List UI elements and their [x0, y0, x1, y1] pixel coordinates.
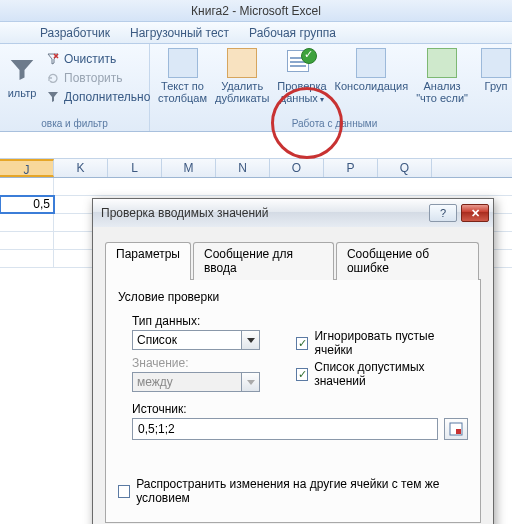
allow-label: Тип данных:	[132, 314, 278, 328]
text-to-columns-button[interactable]: Текст по столбцам	[154, 46, 211, 106]
title-bar: Книга2 - Microsoft Excel	[0, 0, 512, 22]
grid-cell[interactable]	[0, 232, 54, 249]
reapply-button: Повторить	[46, 69, 150, 87]
in-cell-dropdown-checkbox[interactable]: ✓ Список допустимых значений	[296, 360, 468, 388]
grid-cell[interactable]	[0, 250, 54, 267]
col-header-K[interactable]: K	[54, 159, 108, 177]
remove-duplicates-button[interactable]: Удалить дубликаты	[211, 46, 273, 106]
group-sortfilter: ильтр Очистить Повторить Дополнительно о…	[0, 44, 150, 131]
allow-select[interactable]	[132, 330, 278, 350]
propagate-checkbox[interactable]: ✓ Распространить изменения на другие яче…	[118, 477, 468, 505]
group-data-tools: Текст по столбцам Удалить дубликаты Пров…	[150, 44, 512, 131]
col-header-O[interactable]: O	[270, 159, 324, 177]
dialog-help-button[interactable]: ?	[429, 204, 457, 222]
consolidate-button[interactable]: Консолидация	[331, 46, 413, 94]
dialog-tabs: Параметры Сообщение для ввода Сообщение …	[105, 241, 481, 279]
col-header-L[interactable]: L	[108, 159, 162, 177]
allow-select-value[interactable]	[132, 330, 242, 350]
chevron-down-icon: ▾	[318, 95, 324, 104]
funnel-icon	[7, 55, 37, 85]
app-title: Книга2 - Microsoft Excel	[191, 4, 321, 18]
dialog-title-text: Проверка вводимых значений	[101, 206, 269, 220]
validation-criteria-label: Условие проверки	[118, 290, 468, 304]
data-validation-button[interactable]: Проверка данных ▾	[273, 46, 330, 108]
chevron-down-icon	[242, 372, 260, 392]
col-header-M[interactable]: M	[162, 159, 216, 177]
grid-cell[interactable]	[0, 214, 54, 231]
grid-row	[0, 178, 512, 196]
grid-cell[interactable]	[0, 178, 54, 195]
col-header-N[interactable]: N	[216, 159, 270, 177]
remove-duplicates-icon	[227, 48, 257, 78]
active-cell[interactable]: 0,5	[0, 196, 54, 213]
tab-input-message[interactable]: Сообщение для ввода	[193, 242, 334, 280]
dialog-titlebar[interactable]: Проверка вводимых значений ? ✕	[93, 199, 493, 227]
clear-button[interactable]: Очистить	[46, 50, 150, 68]
tab-team[interactable]: Рабочая группа	[239, 22, 346, 44]
range-picker-button[interactable]	[444, 418, 468, 440]
tab-developer[interactable]: Разработчик	[30, 22, 120, 44]
checkbox-icon: ✓	[296, 368, 308, 381]
range-picker-icon	[449, 422, 463, 436]
col-header-Q[interactable]: Q	[378, 159, 432, 177]
source-label: Источник:	[132, 402, 468, 416]
chevron-down-icon[interactable]	[242, 330, 260, 350]
data-validation-icon	[287, 48, 317, 78]
group-label-sortfilter: овка и фильтр	[4, 117, 145, 131]
tab-error-alert[interactable]: Сообщение об ошибке	[336, 242, 479, 280]
filter-button[interactable]: ильтр	[4, 48, 40, 106]
tab-params[interactable]: Параметры	[105, 242, 191, 280]
whatif-icon	[427, 48, 457, 78]
reapply-icon	[46, 71, 60, 85]
data-label: Значение:	[132, 356, 278, 370]
data-validation-dialog: Проверка вводимых значений ? ✕ Параметры…	[92, 198, 494, 524]
ignore-blank-checkbox[interactable]: ✓ Игнорировать пустые ячейки	[296, 329, 468, 357]
data-select	[132, 372, 278, 392]
group-label-datatools: Работа с данными	[154, 117, 512, 131]
ribbon: ильтр Очистить Повторить Дополнительно о…	[0, 44, 512, 132]
checkbox-icon: ✓	[118, 485, 130, 498]
column-headers: J K L M N O P Q	[0, 158, 512, 178]
clear-icon	[46, 52, 60, 66]
group-button[interactable]: Груп	[477, 46, 512, 94]
checkbox-icon: ✓	[296, 337, 308, 350]
svg-rect-1	[456, 429, 461, 434]
advanced-icon	[46, 90, 60, 104]
source-input[interactable]	[132, 418, 438, 440]
dialog-close-button[interactable]: ✕	[461, 204, 489, 222]
consolidate-icon	[356, 48, 386, 78]
data-select-value	[132, 372, 242, 392]
ribbon-tabs: Разработчик Нагрузочный тест Рабочая гру…	[0, 22, 512, 44]
col-header-J[interactable]: J	[0, 159, 54, 177]
col-header-P[interactable]: P	[324, 159, 378, 177]
tab-panel-params: Условие проверки Тип данных: Значение:	[105, 279, 481, 523]
tab-loadtest[interactable]: Нагрузочный тест	[120, 22, 239, 44]
group-icon	[481, 48, 511, 78]
advanced-button[interactable]: Дополнительно	[46, 88, 150, 106]
text-to-columns-icon	[168, 48, 198, 78]
whatif-button[interactable]: Анализ "что если"	[412, 46, 472, 106]
